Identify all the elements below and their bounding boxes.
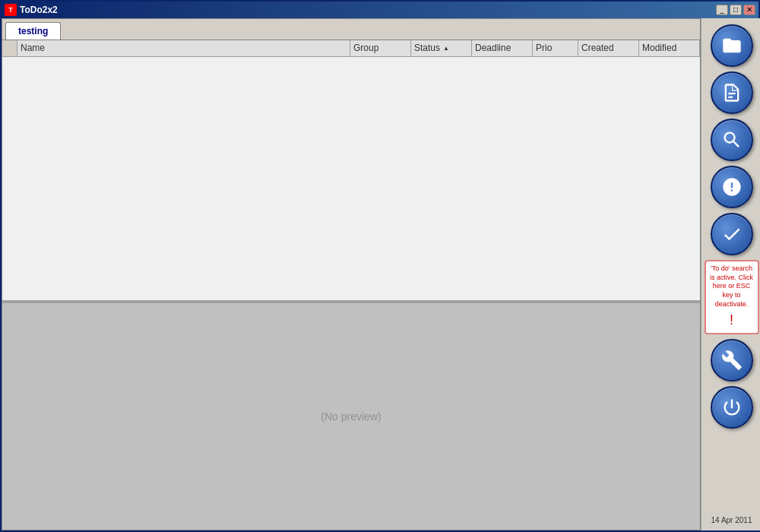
search-icon <box>721 129 743 150</box>
app-title: ToDo2x2 <box>20 5 58 15</box>
folder-icon <box>721 35 743 56</box>
app-icon: T <box>5 4 17 16</box>
alert-message: 'To do' search is active. Click here or … <box>710 264 753 308</box>
col-header-modified[interactable]: Modified <box>639 40 700 56</box>
table-header: Name Group Status ▲ Deadline Prio <box>2 40 700 57</box>
exclamation-icon <box>721 176 743 198</box>
search-button[interactable] <box>711 119 753 161</box>
checkmark-icon <box>721 223 743 245</box>
col-header-deadline[interactable]: Deadline <box>472 40 533 56</box>
title-bar: T ToDo2x2 _ □ ✕ <box>2 2 758 18</box>
right-sidebar: 'To do' search is active. Click here or … <box>701 18 760 530</box>
search-alert-box[interactable]: 'To do' search is active. Click here or … <box>705 260 759 334</box>
power-button[interactable] <box>711 386 753 429</box>
maximize-button[interactable]: □ <box>730 5 742 15</box>
col-header-created[interactable]: Created <box>578 40 639 56</box>
complete-button[interactable] <box>711 213 753 255</box>
col-header-group[interactable]: Group <box>350 40 411 56</box>
no-preview-label: (No preview) <box>321 410 381 423</box>
col-header-prio[interactable]: Prio <box>533 40 578 56</box>
preview-area: (No preview) <box>2 302 700 530</box>
power-icon <box>721 397 743 418</box>
notes-button[interactable] <box>711 71 753 114</box>
row-indicator-col <box>2 40 17 56</box>
col-header-status[interactable]: Status ▲ <box>411 40 472 56</box>
tab-bar: testing <box>2 19 700 40</box>
tools-icon <box>721 350 743 371</box>
close-button[interactable]: ✕ <box>743 5 755 15</box>
tools-button[interactable] <box>711 339 753 382</box>
sort-arrow-status: ▲ <box>443 45 449 52</box>
date-label: 14 Apr 2011 <box>711 516 752 524</box>
minimize-button[interactable]: _ <box>716 5 728 15</box>
notes-icon <box>721 82 743 103</box>
tab-testing[interactable]: testing <box>5 22 61 40</box>
open-button[interactable] <box>711 24 753 67</box>
table-body <box>2 57 700 300</box>
col-header-name[interactable]: Name <box>17 40 350 56</box>
priority-button[interactable] <box>711 166 753 208</box>
task-table: Name Group Status ▲ Deadline Prio <box>2 40 700 302</box>
alert-icon: ! <box>709 312 755 329</box>
